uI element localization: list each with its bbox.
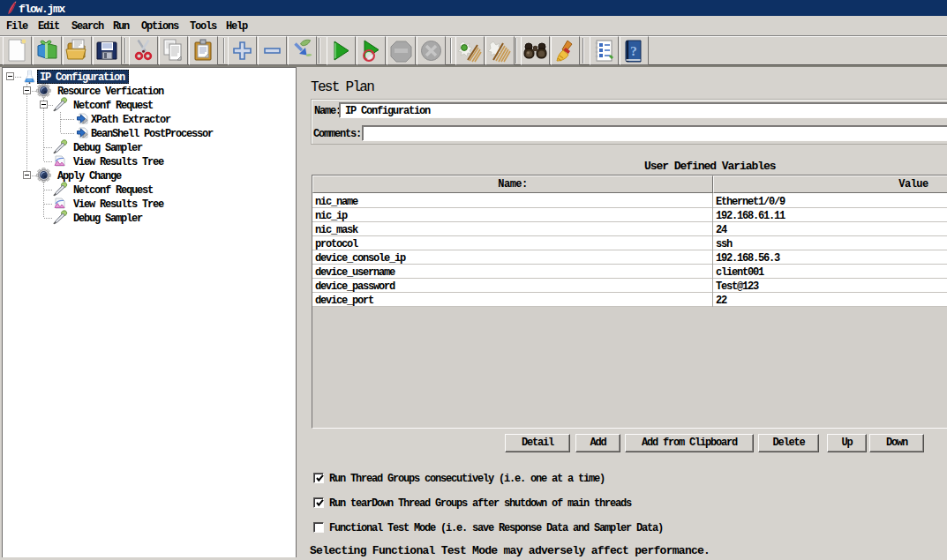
svg-text:?: ? (630, 44, 637, 58)
